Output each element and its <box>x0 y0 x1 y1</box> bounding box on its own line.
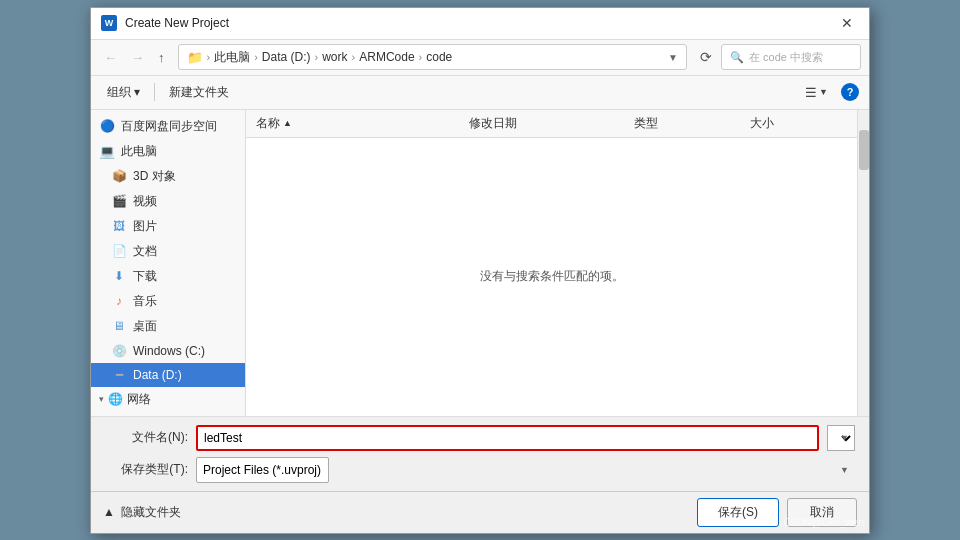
desktop-icon: 🖥 <box>111 318 127 334</box>
filename-dropdown[interactable] <box>827 425 855 451</box>
hide-folders-label: 隐藏文件夹 <box>121 504 181 521</box>
breadcrumb-dropdown-icon: ▼ <box>668 52 678 63</box>
title-bar-left: W Create New Project <box>101 15 229 31</box>
scrollbar-thumb[interactable] <box>859 130 869 170</box>
view-options-button[interactable]: ☰ ▼ <box>800 83 833 102</box>
toolbar-separator <box>154 83 155 101</box>
view-dropdown-icon: ▼ <box>819 87 828 97</box>
sidebar-item-video-label: 视频 <box>133 193 157 210</box>
organize-button[interactable]: 组织 ▾ <box>101 81 146 104</box>
breadcrumb-item-2: Data (D:) <box>262 50 311 64</box>
dialog-window: W Create New Project ✕ ← → ↑ 📁 › 此电脑 › D… <box>90 7 870 534</box>
nav-bar: ← → ↑ 📁 › 此电脑 › Data (D:) › work › ARMCo… <box>91 40 869 76</box>
sidebar-item-3d[interactable]: 📦 3D 对象 <box>91 164 245 189</box>
back-button[interactable]: ← <box>99 47 122 68</box>
search-bar[interactable]: 🔍 在 code 中搜索 <box>721 44 861 70</box>
breadcrumb-item-5: code <box>426 50 452 64</box>
sidebar-network-label: 网络 <box>127 391 151 408</box>
breadcrumb-sep-2: › <box>254 51 258 63</box>
col-header-modified[interactable]: 修改日期 <box>459 115 624 132</box>
folder-icon: 📁 <box>187 50 203 65</box>
hide-folders-toggle[interactable]: ▲ 隐藏文件夹 <box>103 504 181 521</box>
sidebar-item-music[interactable]: ♪ 音乐 <box>91 289 245 314</box>
content-empty-message: 没有与搜索条件匹配的项。 <box>246 138 857 416</box>
save-button[interactable]: 保存(S) <box>697 498 779 527</box>
breadcrumb-sep-5: › <box>419 51 423 63</box>
main-area: 🔵 百度网盘同步空间 💻 此电脑 📦 3D 对象 🎬 视频 🖼 图 <box>91 110 869 416</box>
breadcrumb-item-4: ARMCode <box>359 50 414 64</box>
sidebar-item-baidu-label: 百度网盘同步空间 <box>121 118 217 135</box>
sidebar-item-downloads-label: 下载 <box>133 268 157 285</box>
sidebar-item-downloads[interactable]: ⬇ 下载 <box>91 264 245 289</box>
form-section: 文件名(N): 保存类型(T): Project Files (*.uvproj… <box>91 416 869 491</box>
refresh-button[interactable]: ⟳ <box>695 46 717 68</box>
filetype-select[interactable]: Project Files (*.uvproj) <box>196 457 329 483</box>
sidebar-item-images-label: 图片 <box>133 218 157 235</box>
sidebar-item-3d-label: 3D 对象 <box>133 168 176 185</box>
breadcrumb-sep-4: › <box>352 51 356 63</box>
sidebar-item-data-d[interactable]: ━ Data (D:) <box>91 363 245 387</box>
title-bar: W Create New Project ✕ <box>91 8 869 40</box>
sort-icon: ▲ <box>283 118 292 128</box>
filetype-select-wrapper: Project Files (*.uvproj) <box>196 457 857 483</box>
video-icon: 🎬 <box>111 193 127 209</box>
sidebar-item-data-d-label: Data (D:) <box>133 368 182 382</box>
sidebar-item-docs-label: 文档 <box>133 243 157 260</box>
col-header-name[interactable]: 名称 ▲ <box>246 115 459 132</box>
chevron-up-icon: ▲ <box>103 505 115 519</box>
network-expand-icon: ▾ <box>99 394 104 404</box>
forward-button[interactable]: → <box>126 47 149 68</box>
dialog-title: Create New Project <box>125 16 229 30</box>
sidebar-item-windows-c-label: Windows (C:) <box>133 344 205 358</box>
new-folder-button[interactable]: 新建文件夹 <box>163 81 235 104</box>
sidebar-item-windows-c[interactable]: 💿 Windows (C:) <box>91 339 245 363</box>
help-button[interactable]: ? <box>841 83 859 101</box>
column-headers: 名称 ▲ 修改日期 类型 大小 <box>246 110 857 138</box>
breadcrumb-bar[interactable]: 📁 › 此电脑 › Data (D:) › work › ARMCode › c… <box>178 44 688 70</box>
col-header-type[interactable]: 类型 <box>624 115 741 132</box>
col-header-size[interactable]: 大小 <box>740 115 857 132</box>
docs-icon: 📄 <box>111 243 127 259</box>
toolbar: 组织 ▾ 新建文件夹 ☰ ▼ ? <box>91 76 869 110</box>
sidebar-item-pc[interactable]: 💻 此电脑 <box>91 139 245 164</box>
app-icon: W <box>101 15 117 31</box>
filetype-row: 保存类型(T): Project Files (*.uvproj) <box>103 457 857 483</box>
up-button[interactable]: ↑ <box>153 47 170 68</box>
footer-bar: ▲ 隐藏文件夹 保存(S) 取消 <box>91 491 869 533</box>
breadcrumb-sep-1: › <box>207 51 211 63</box>
breadcrumb-item-3: work <box>322 50 347 64</box>
vertical-scrollbar[interactable] <box>857 110 869 416</box>
network-icon: 🌐 <box>107 391 123 407</box>
filetype-label: 保存类型(T): <box>103 461 188 478</box>
view-icon: ☰ <box>805 85 817 100</box>
baidu-icon: 🔵 <box>99 118 115 134</box>
sidebar-item-desktop-label: 桌面 <box>133 318 157 335</box>
breadcrumb-sep-3: › <box>315 51 319 63</box>
sidebar-item-music-label: 音乐 <box>133 293 157 310</box>
filename-row: 文件名(N): <box>103 425 857 451</box>
sidebar: 🔵 百度网盘同步空间 💻 此电脑 📦 3D 对象 🎬 视频 🖼 图 <box>91 110 246 416</box>
sidebar-item-desktop[interactable]: 🖥 桌面 <box>91 314 245 339</box>
sidebar-item-pc-label: 此电脑 <box>121 143 157 160</box>
3d-icon: 📦 <box>111 168 127 184</box>
music-icon: ♪ <box>111 293 127 309</box>
search-icon: 🔍 <box>730 51 744 64</box>
downloads-icon: ⬇ <box>111 268 127 284</box>
pc-icon: 💻 <box>99 143 115 159</box>
close-button[interactable]: ✕ <box>835 13 859 33</box>
filename-label: 文件名(N): <box>103 429 188 446</box>
sidebar-item-docs[interactable]: 📄 文档 <box>91 239 245 264</box>
sidebar-item-images[interactable]: 🖼 图片 <box>91 214 245 239</box>
search-placeholder: 在 code 中搜索 <box>749 50 823 65</box>
breadcrumb-item-1: 此电脑 <box>214 49 250 66</box>
drive-d-icon: ━ <box>111 367 127 383</box>
sidebar-network-header[interactable]: ▾ 🌐 网络 <box>91 387 245 412</box>
filename-input[interactable] <box>196 425 819 451</box>
content-area: 名称 ▲ 修改日期 类型 大小 没有与搜索条件匹配的项。 <box>246 110 857 416</box>
drive-c-icon: 💿 <box>111 343 127 359</box>
sidebar-item-video[interactable]: 🎬 视频 <box>91 189 245 214</box>
images-icon: 🖼 <box>111 218 127 234</box>
sidebar-item-baidu[interactable]: 🔵 百度网盘同步空间 <box>91 114 245 139</box>
watermark: CSDN@Like_wen <box>783 517 864 528</box>
